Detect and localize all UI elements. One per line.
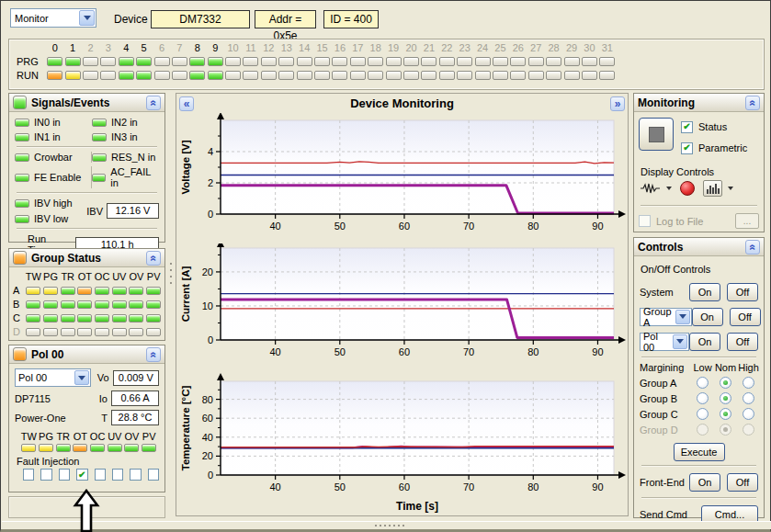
chevron-down-icon[interactable] (728, 187, 733, 190)
status-led-off (421, 71, 437, 80)
channel-number: 15 (316, 42, 327, 53)
group-a-select[interactable]: Group A (640, 308, 692, 326)
send-cmd-label: Send Cmd (640, 509, 687, 520)
channel-number: 3 (106, 42, 111, 53)
margining-radio-nom[interactable] (720, 408, 731, 420)
divider (641, 205, 757, 207)
record-indicator-icon[interactable] (680, 181, 695, 196)
system-off-button[interactable]: Off (727, 283, 758, 301)
waveform-icon[interactable] (641, 182, 661, 195)
channel-number: 26 (513, 42, 524, 53)
margining-radio-low[interactable] (697, 408, 709, 420)
front-end-on-button[interactable]: On (689, 473, 720, 492)
t-label: T (89, 413, 108, 424)
status-checkbox[interactable]: ✔ (681, 121, 693, 133)
status-led-orange (73, 444, 87, 452)
fault-injection-checkbox[interactable] (40, 469, 51, 481)
vertical-splitter[interactable] (167, 93, 175, 517)
status-led-green (26, 314, 40, 323)
status-led-off (225, 57, 241, 66)
svg-text:10: 10 (202, 300, 213, 311)
pol-model-label: DP7115 (15, 393, 89, 404)
horizontal-splitter[interactable] (2, 521, 771, 529)
collapse-button[interactable]: « (146, 347, 161, 362)
margining-row-label: Group C (640, 409, 678, 420)
status-column-header: OT (74, 431, 87, 442)
pol-00-select[interactable]: Pol 00 (640, 333, 689, 351)
execute-button[interactable]: Execute (674, 443, 725, 461)
panel-status-led-icon (13, 96, 27, 109)
group-a-on-button[interactable]: On (692, 308, 723, 326)
panel-title: Group Status (31, 252, 101, 265)
divider (17, 146, 157, 148)
stop-monitoring-button[interactable] (639, 118, 674, 151)
app-window: Monitor Device DM7332 Addr = 0x5e ID = 4… (0, 0, 771, 532)
margining-radio-high[interactable] (743, 392, 754, 404)
status-led-off (332, 71, 347, 80)
status-led-green (92, 119, 107, 127)
fault-injection-checkbox[interactable] (59, 469, 70, 481)
pan-left-button[interactable]: « (179, 96, 194, 111)
status-led-green (136, 57, 152, 66)
browse-button[interactable]: ... (735, 213, 759, 229)
margining-radio-nom[interactable] (720, 392, 731, 404)
margining-radio-high[interactable] (743, 408, 754, 420)
chevron-down-icon[interactable] (673, 334, 687, 349)
histogram-display-button[interactable] (703, 180, 722, 197)
status-led-off (457, 57, 472, 66)
svg-text:60: 60 (399, 346, 410, 357)
margining-radio-high (743, 424, 754, 436)
log-to-file-checkbox[interactable] (639, 215, 651, 227)
fault-injection-checkbox[interactable]: ✔ (76, 469, 87, 481)
pol-status-grid: TWPGTROTOCUVOVPV (15, 429, 159, 452)
status-led-green (146, 300, 161, 309)
collapse-button[interactable]: « (745, 240, 760, 255)
status-led-green (43, 300, 58, 309)
system-on-button[interactable]: On (689, 283, 720, 301)
status-led-off (172, 71, 187, 80)
display-controls-label: Display Controls (639, 156, 759, 180)
status-led-orange (77, 287, 92, 295)
collapse-button[interactable]: « (745, 96, 760, 110)
signal-item: IN3 in (92, 131, 159, 142)
pol-00-off-button[interactable]: Off (727, 333, 758, 351)
fault-injection-checkbox[interactable] (148, 469, 159, 481)
status-led-off (403, 57, 419, 66)
pan-right-button[interactable]: » (610, 96, 625, 111)
margining-radio-nom[interactable] (720, 377, 731, 389)
fault-injection-checkbox[interactable] (95, 469, 106, 481)
fault-injection-checkbox[interactable] (112, 469, 123, 481)
signal-label: Crowbar (34, 152, 73, 163)
parametric-checkbox[interactable]: ✔ (681, 142, 693, 154)
pol-select[interactable]: Pol 00 (15, 368, 91, 387)
chevron-down-icon[interactable] (79, 10, 95, 26)
device-monitoring-view: « Device Monitoring » 024405060708090Vol… (176, 93, 629, 516)
monitoring-header: Monitoring « (634, 94, 764, 112)
collapse-button[interactable]: « (146, 96, 161, 110)
chevron-down-icon[interactable] (675, 310, 690, 324)
status-led-off (172, 57, 187, 66)
status-led-off (129, 328, 143, 336)
fault-injection-checkbox[interactable] (23, 469, 34, 481)
status-column-header: OV (130, 271, 144, 282)
margining-radio-low[interactable] (697, 392, 709, 404)
status-led-green (15, 215, 29, 223)
chevron-down-icon[interactable] (666, 187, 672, 190)
status-led-off (332, 57, 347, 66)
collapse-chevron-icon: « (148, 99, 159, 106)
margining-radio-high[interactable] (743, 377, 754, 389)
pol-00-on-button[interactable]: On (689, 333, 720, 351)
mode-select[interactable]: Monitor (10, 8, 96, 28)
chevron-down-icon[interactable] (74, 370, 89, 385)
collapse-button[interactable]: « (146, 251, 161, 266)
front-end-off-button[interactable]: Off (727, 473, 758, 492)
fault-injection-checkbox[interactable] (130, 469, 141, 481)
group-a-off-button[interactable]: Off (730, 308, 761, 326)
device-monitoring-header: « Device Monitoring » (176, 94, 628, 113)
status-led-off (457, 71, 472, 80)
status-led-off (475, 71, 491, 80)
margining-radio-low[interactable] (697, 377, 709, 389)
svg-text:90: 90 (592, 481, 603, 492)
status-column-header: PV (147, 271, 161, 282)
status-led-off (493, 57, 508, 66)
